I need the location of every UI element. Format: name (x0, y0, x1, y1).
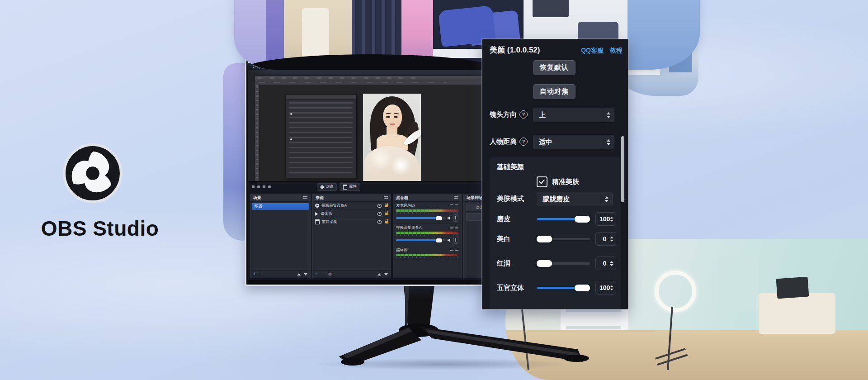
visibility-icon[interactable] (377, 212, 382, 216)
decor-laptop (776, 277, 809, 299)
panel-scrollbar[interactable] (621, 136, 624, 202)
person-distance-select[interactable]: 适中 (533, 135, 614, 149)
rosy-value: 0 (599, 260, 610, 267)
rosy-value-box[interactable]: 0 (595, 256, 616, 270)
scenes-dock: 场景 场景 (250, 194, 311, 278)
fader-options-button[interactable] (453, 237, 458, 244)
remove-source-button[interactable] (322, 272, 325, 276)
dock-menu-icon[interactable] (384, 196, 388, 200)
rosy-slider[interactable] (537, 262, 590, 265)
editor-canvas (259, 85, 500, 181)
filters-button-label: 滤镜 (326, 184, 333, 190)
meter-settings-icon[interactable] (450, 249, 453, 252)
audio-meter (396, 232, 458, 234)
mute-icon[interactable] (455, 227, 458, 229)
lock-icon[interactable] (385, 204, 388, 207)
lens-direction-select[interactable]: 上 (533, 108, 614, 122)
add-scene-button[interactable] (253, 272, 256, 276)
speaker-icon[interactable] (448, 216, 452, 220)
smooth-skin-slider[interactable] (537, 218, 590, 220)
move-source-down-button[interactable] (384, 273, 388, 276)
mini-dock-icon[interactable] (268, 185, 271, 188)
mute-icon[interactable] (455, 249, 458, 252)
select-chevrons[interactable] (603, 108, 614, 122)
select-chevrons[interactable] (601, 192, 612, 206)
slider-handle[interactable] (575, 285, 590, 291)
sources-dock-header: 来源 (313, 194, 391, 202)
skin-mode-select[interactable]: 朦胧磨皮 (537, 192, 613, 206)
move-scene-up-button[interactable] (297, 273, 301, 276)
help-icon[interactable] (519, 110, 528, 119)
help-icon[interactable] (519, 138, 528, 146)
whitening-value: 0 (599, 235, 610, 242)
dock-menu-icon[interactable] (454, 196, 458, 200)
fader-options-button[interactable] (453, 214, 458, 222)
autofocus-button[interactable]: 自动对焦 (533, 84, 576, 99)
volume-slider[interactable] (396, 239, 446, 241)
slider-handle[interactable] (537, 236, 552, 242)
whitening-value-box[interactable]: 0 (595, 232, 616, 246)
slider-handle[interactable] (537, 260, 552, 267)
editor-tool-strip (255, 85, 259, 181)
source-row[interactable]: 媒体源 (313, 210, 391, 218)
audio-meter (396, 209, 458, 212)
visibility-icon[interactable] (377, 204, 382, 208)
source-row[interactable]: 窗口采集 (313, 218, 391, 226)
beauty-header-links: QQ客服 教程 (581, 47, 623, 55)
whitening-slider[interactable] (537, 238, 590, 240)
mixer-dock-title: 混音器 (396, 195, 408, 201)
person-distance-value: 适中 (533, 138, 603, 147)
speaker-icon[interactable] (448, 238, 452, 242)
mini-dock-icon[interactable] (257, 185, 260, 188)
dock-menu-icon[interactable] (303, 196, 307, 200)
spinner-arrows[interactable] (610, 237, 613, 242)
scene-item-selected[interactable]: 场景 (252, 203, 309, 210)
channel-name: 媒体源 (396, 247, 408, 253)
source-properties-button[interactable] (328, 272, 332, 276)
spinner-arrows[interactable] (610, 217, 613, 222)
spinner-arrows[interactable] (610, 261, 613, 266)
volume-slider[interactable] (396, 217, 446, 219)
source-row[interactable]: 视频采集设备A (313, 202, 391, 210)
face-3d-slider-row: 五官立体 100 (497, 280, 616, 295)
page: OBS Studio OBS 29.1.3 - 配置文件: 未命名 - 场景: … (0, 0, 868, 380)
face-3d-value: 100 (599, 284, 610, 291)
filter-icon (320, 185, 325, 189)
slider-handle[interactable] (575, 216, 590, 223)
mute-icon[interactable] (455, 204, 458, 207)
face-3d-value-box[interactable]: 100 (595, 281, 616, 294)
visibility-icon[interactable] (377, 220, 382, 224)
meter-ticks (396, 234, 458, 236)
rosy-slider-row: 红润 0 (497, 256, 616, 271)
move-source-up-button[interactable] (377, 273, 381, 276)
mini-dock-icon[interactable] (263, 185, 265, 188)
source-order-buttons (377, 273, 388, 276)
meter-settings-icon[interactable] (450, 227, 453, 229)
lock-icon[interactable] (385, 221, 388, 223)
filters-button[interactable]: 滤镜 (317, 183, 337, 191)
editor-dialog-header (286, 95, 356, 100)
remove-scene-button[interactable] (259, 272, 262, 276)
volume-row (396, 237, 458, 244)
restore-defaults-button[interactable]: 恢复默认 (533, 60, 576, 75)
properties-button[interactable]: 属性 (340, 183, 360, 191)
spinner-up-icon (610, 285, 613, 287)
editor-dialog-panel (285, 95, 357, 178)
channel-name: 视频采集设备A (396, 225, 422, 231)
tutorial-link[interactable]: 教程 (610, 47, 623, 55)
add-source-button[interactable] (316, 272, 318, 276)
lock-icon[interactable] (385, 213, 388, 215)
spinner-up-icon (610, 261, 613, 263)
spinner-down-icon (610, 289, 613, 290)
select-chevrons[interactable] (603, 135, 614, 149)
qq-support-link[interactable]: QQ客服 (581, 47, 604, 55)
spinner-arrows[interactable] (610, 285, 613, 290)
move-scene-down-button[interactable] (304, 273, 307, 276)
smooth-skin-value-box[interactable]: 100 (595, 212, 616, 226)
scene-order-buttons (297, 273, 307, 276)
face-3d-slider[interactable] (537, 287, 590, 289)
precise-skin-checkbox[interactable] (537, 176, 547, 187)
mini-dock-icon[interactable] (252, 185, 255, 188)
scene-item-label: 场景 (255, 204, 263, 209)
meter-settings-icon[interactable] (450, 204, 453, 207)
